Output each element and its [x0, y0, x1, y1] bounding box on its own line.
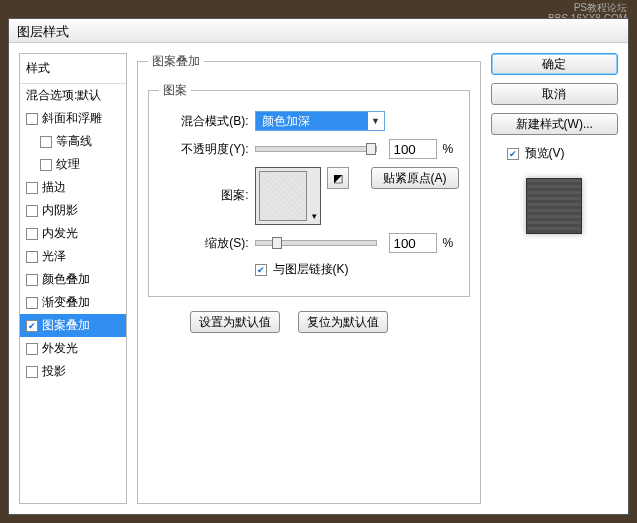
sidebar-item-纹理[interactable]: 纹理 — [20, 153, 126, 176]
new-preset-button[interactable]: ◩ — [327, 167, 349, 189]
pattern-preview — [259, 171, 307, 221]
opacity-slider[interactable] — [255, 146, 377, 152]
dialog-window: 图层样式 样式 混合选项:默认 斜面和浮雕等高线纹理描边内阴影内发光光泽颜色叠加… — [8, 18, 629, 515]
pattern-overlay-group: 图案叠加 图案 混合模式(B): 颜色加深 ▼ 不透明度(Y): — [137, 53, 481, 504]
ok-button[interactable]: 确定 — [491, 53, 618, 75]
sidebar-item-label: 图案叠加 — [42, 317, 90, 334]
scale-label: 缩放(S): — [159, 235, 249, 252]
pattern-label: 图案: — [159, 167, 249, 204]
scale-input[interactable] — [389, 233, 437, 253]
sidebar-checkbox[interactable] — [40, 136, 52, 148]
pattern-overlay-title: 图案叠加 — [148, 53, 204, 70]
sidebar-checkbox[interactable] — [26, 320, 38, 332]
sidebar-checkbox[interactable] — [26, 274, 38, 286]
sidebar-checkbox[interactable] — [26, 251, 38, 263]
sidebar-checkbox[interactable] — [40, 159, 52, 171]
chevron-down-icon: ▾ — [310, 168, 320, 224]
new-style-button[interactable]: 新建样式(W)... — [491, 113, 618, 135]
blend-mode-label: 混合模式(B): — [159, 113, 249, 130]
snap-origin-button[interactable]: 贴紧原点(A) — [371, 167, 459, 189]
opacity-input[interactable] — [389, 139, 437, 159]
sidebar-item-label: 光泽 — [42, 248, 66, 265]
sidebar-header: 样式 — [20, 54, 126, 84]
sidebar-item-描边[interactable]: 描边 — [20, 176, 126, 199]
cancel-button[interactable]: 取消 — [491, 83, 618, 105]
right-panel: 确定 取消 新建样式(W)... 预览(V) — [491, 53, 618, 504]
sidebar-item-投影[interactable]: 投影 — [20, 360, 126, 383]
sidebar-item-label: 内发光 — [42, 225, 78, 242]
main-panel: 图案叠加 图案 混合模式(B): 颜色加深 ▼ 不透明度(Y): — [137, 53, 481, 504]
opacity-label: 不透明度(Y): — [159, 141, 249, 158]
blend-mode-value: 颜色加深 — [256, 112, 368, 130]
opacity-percent: % — [443, 142, 459, 156]
sidebar-item-label: 颜色叠加 — [42, 271, 90, 288]
sidebar-item-光泽[interactable]: 光泽 — [20, 245, 126, 268]
reset-default-button[interactable]: 复位为默认值 — [298, 311, 388, 333]
sidebar-checkbox[interactable] — [26, 205, 38, 217]
scale-slider[interactable] — [255, 240, 377, 246]
sidebar-item-颜色叠加[interactable]: 颜色叠加 — [20, 268, 126, 291]
sidebar-item-label: 外发光 — [42, 340, 78, 357]
sidebar-item-label: 等高线 — [56, 133, 92, 150]
pattern-picker[interactable]: ▾ — [255, 167, 321, 225]
preview-checkbox[interactable] — [507, 148, 519, 160]
sidebar-item-label: 内阴影 — [42, 202, 78, 219]
blend-mode-dropdown[interactable]: 颜色加深 ▼ — [255, 111, 385, 131]
sidebar-checkbox[interactable] — [26, 228, 38, 240]
sidebar-item-内阴影[interactable]: 内阴影 — [20, 199, 126, 222]
sidebar-checkbox[interactable] — [26, 366, 38, 378]
sidebar-item-label: 渐变叠加 — [42, 294, 90, 311]
sidebar-item-内发光[interactable]: 内发光 — [20, 222, 126, 245]
pattern-group-title: 图案 — [159, 82, 191, 99]
sidebar-item-渐变叠加[interactable]: 渐变叠加 — [20, 291, 126, 314]
sidebar-checkbox[interactable] — [26, 182, 38, 194]
styles-sidebar: 样式 混合选项:默认 斜面和浮雕等高线纹理描边内阴影内发光光泽颜色叠加渐变叠加图… — [19, 53, 127, 504]
sidebar-item-label: 斜面和浮雕 — [42, 110, 102, 127]
sidebar-checkbox[interactable] — [26, 113, 38, 125]
sidebar-checkbox[interactable] — [26, 297, 38, 309]
sidebar-item-等高线[interactable]: 等高线 — [20, 130, 126, 153]
sidebar-item-label: 投影 — [42, 363, 66, 380]
window-title: 图层样式 — [17, 24, 69, 39]
link-layer-checkbox[interactable] — [255, 264, 267, 276]
sidebar-checkbox[interactable] — [26, 343, 38, 355]
make-default-button[interactable]: 设置为默认值 — [190, 311, 280, 333]
dropdown-arrow-icon: ▼ — [368, 116, 384, 126]
scale-slider-thumb[interactable] — [272, 237, 282, 249]
sidebar-item-斜面和浮雕[interactable]: 斜面和浮雕 — [20, 107, 126, 130]
scale-percent: % — [443, 236, 459, 250]
preview-label: 预览(V) — [525, 145, 565, 162]
sidebar-item-图案叠加[interactable]: 图案叠加 — [20, 314, 126, 337]
preview-swatch — [526, 178, 582, 234]
sidebar-item-label: 描边 — [42, 179, 66, 196]
pattern-group: 图案 混合模式(B): 颜色加深 ▼ 不透明度(Y): — [148, 82, 470, 297]
opacity-slider-thumb[interactable] — [366, 143, 376, 155]
sidebar-item-外发光[interactable]: 外发光 — [20, 337, 126, 360]
sidebar-item-label: 纹理 — [56, 156, 80, 173]
titlebar: 图层样式 — [9, 19, 628, 43]
sidebar-blend-options[interactable]: 混合选项:默认 — [20, 84, 126, 107]
link-layer-label: 与图层链接(K) — [273, 261, 349, 278]
